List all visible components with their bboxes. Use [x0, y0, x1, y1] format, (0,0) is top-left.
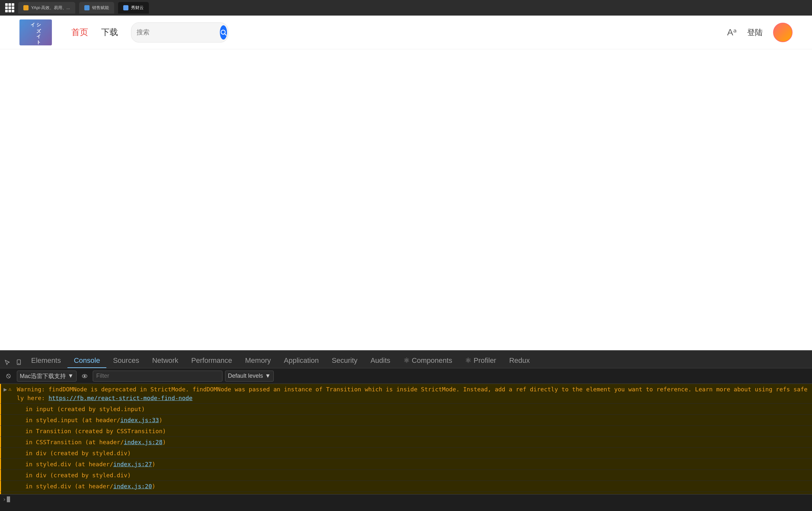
- warning-stack-9: in div (created by styled.div): [0, 492, 812, 494]
- warning-icon: ⚠: [8, 385, 15, 393]
- stack-link[interactable]: index.js:20: [113, 483, 152, 490]
- stack-text: in styled.div (at header/index.js:20): [11, 482, 155, 490]
- svg-line-1: [225, 34, 226, 35]
- search-bar: [131, 22, 228, 42]
- stack-text: in styled.input (at header/index.js:33): [11, 416, 163, 424]
- devtools-tabs-bar: Elements Console Sources Network Perform…: [0, 351, 812, 368]
- apps-icon[interactable]: [5, 3, 14, 12]
- logo-text: シズイトイ: [30, 20, 41, 46]
- log-level-arrow-icon: ▼: [265, 372, 271, 379]
- stack-text: in input (created by styled.input): [11, 404, 145, 413]
- log-level-label: Default levels: [228, 372, 263, 379]
- console-prompt-icon: ›: [3, 496, 6, 503]
- tab-favicon-yapi: [23, 5, 29, 10]
- tab-audits[interactable]: Audits: [364, 354, 397, 368]
- site-logo: シズイトイ: [20, 20, 52, 46]
- stack-text: in div (created by styled.div): [11, 493, 131, 494]
- expand-warning-icon[interactable]: ▶: [4, 385, 7, 394]
- tab-performance[interactable]: Performance: [185, 354, 239, 368]
- console-input-bar: ›: [0, 494, 812, 504]
- svg-point-0: [221, 30, 225, 34]
- nav-home[interactable]: 首页: [71, 27, 88, 38]
- tab-label-sales: 销售赋能: [92, 5, 109, 11]
- inspect-element-icon[interactable]: [1, 356, 13, 368]
- tab-label-xiucai: 秀财云: [131, 5, 144, 11]
- tab-favicon-sales: [84, 5, 89, 10]
- context-label: Mac迅雷下载支持: [20, 372, 66, 380]
- tab-components[interactable]: ⚛ Components: [397, 354, 459, 368]
- warning-stack-3: in Transition (created by CSSTransition): [0, 426, 812, 437]
- avatar[interactable]: [773, 23, 792, 42]
- tab-sources[interactable]: Sources: [106, 354, 146, 368]
- svg-line-5: [7, 374, 10, 378]
- stack-text: in div (created by styled.div): [11, 449, 131, 457]
- warning-link[interactable]: https://fb.me/react-strict-mode-find-nod…: [48, 395, 192, 401]
- tab-security[interactable]: Security: [325, 354, 364, 368]
- stack-link[interactable]: index.js:27: [113, 461, 152, 468]
- log-level-dropdown[interactable]: Default levels ▼: [225, 370, 274, 382]
- stack-text: in div (created by styled.div): [11, 471, 131, 480]
- nav-download[interactable]: 下载: [101, 27, 118, 38]
- tab-xiucai[interactable]: 秀财云: [118, 2, 149, 13]
- tab-application[interactable]: Application: [277, 354, 325, 368]
- site-nav: 首页 下载: [71, 27, 118, 38]
- stack-text: in Transition (created by CSSTransition): [11, 427, 166, 435]
- search-button[interactable]: [220, 25, 227, 39]
- tab-profiler[interactable]: ⚛ Profiler: [459, 354, 503, 368]
- tab-sales[interactable]: 销售赋能: [79, 2, 114, 13]
- tab-memory[interactable]: Memory: [239, 354, 277, 368]
- stack-text: in styled.div (at header/index.js:27): [11, 460, 155, 469]
- clear-console-button[interactable]: [3, 370, 14, 382]
- warning-stack-5: in div (created by styled.div): [0, 448, 812, 459]
- tab-favicon-xiucai: [123, 5, 128, 10]
- console-warning-1: ▶ ⚠ Warning: findDOMNode is deprecated i…: [0, 384, 812, 404]
- stack-text: in CSSTransition (at header/index.js:28): [11, 438, 166, 447]
- warning-stack-6: in styled.div (at header/index.js:27): [0, 459, 812, 470]
- console-cursor: [7, 497, 10, 502]
- tab-network[interactable]: Network: [146, 354, 185, 368]
- console-output: ▶ ⚠ Warning: findDOMNode is deprecated i…: [0, 384, 812, 494]
- warning-stack-2: in styled.input (at header/index.js:33): [0, 415, 812, 426]
- tab-elements[interactable]: Elements: [25, 354, 67, 368]
- header-right: Aᵃ 登陆: [727, 23, 792, 42]
- login-button[interactable]: 登陆: [747, 27, 763, 38]
- warning-stack-8: in styled.div (at header/index.js:20): [0, 481, 812, 492]
- device-toolbar-icon[interactable]: [13, 356, 25, 368]
- dropdown-arrow-icon: ▼: [68, 372, 74, 379]
- devtools-panel: Elements Console Sources Network Perform…: [0, 350, 812, 511]
- browser-chrome: YApi-高效、易用、... 销售赋能 秀财云: [0, 0, 812, 16]
- main-content: [0, 49, 812, 350]
- console-toolbar: Mac迅雷下载支持 ▼ Default levels ▼: [0, 368, 812, 384]
- warning-stack-4: in CSSTransition (at header/index.js:28): [0, 437, 812, 448]
- warning-text-1: Warning: findDOMNode is deprecated in St…: [17, 385, 809, 402]
- console-filter-input[interactable]: [93, 370, 223, 382]
- stack-link[interactable]: index.js:28: [124, 439, 163, 446]
- search-input[interactable]: [137, 29, 219, 36]
- font-size-icon[interactable]: Aᵃ: [727, 27, 737, 38]
- context-dropdown[interactable]: Mac迅雷下载支持 ▼: [17, 370, 77, 382]
- svg-point-7: [84, 375, 86, 377]
- tab-yapi[interactable]: YApi-高效、易用、...: [18, 2, 75, 13]
- tab-console[interactable]: Console: [67, 354, 107, 368]
- tab-redux[interactable]: Redux: [503, 354, 536, 368]
- warning-stack-7: in div (created by styled.div): [0, 470, 812, 481]
- stack-link[interactable]: index.js:33: [120, 417, 159, 423]
- tab-label-yapi: YApi-高效、易用、...: [31, 5, 70, 11]
- show-hide-button[interactable]: [79, 370, 90, 382]
- warning-stack-1: in input (created by styled.input): [0, 404, 812, 415]
- site-header: シズイトイ 首页 下载 Aᵃ 登陆: [0, 16, 812, 49]
